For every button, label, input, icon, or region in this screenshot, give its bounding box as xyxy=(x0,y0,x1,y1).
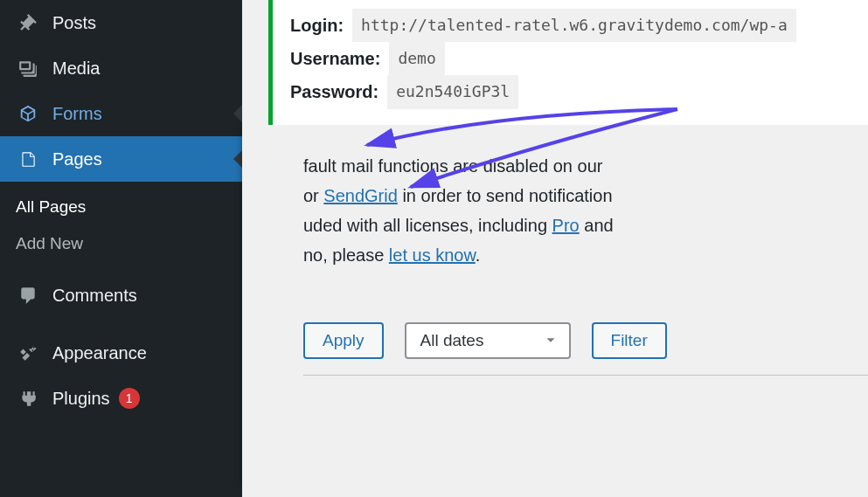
bulk-actions-row: Apply All dates Filter xyxy=(268,322,868,359)
sidebar-item-comments[interactable]: Comments xyxy=(0,273,242,318)
username-value: demo xyxy=(389,42,444,75)
sidebar-item-label: Posts xyxy=(52,13,96,33)
sidebar-item-posts[interactable]: Posts xyxy=(0,0,242,45)
sidebar-item-appearance[interactable]: Appearance xyxy=(0,330,242,376)
password-label: Password: xyxy=(290,75,378,108)
main-content: Login: http://talented-ratel.w6.gravityd… xyxy=(242,0,868,497)
sidebar-item-label: Plugins xyxy=(52,389,110,409)
info-paragraph: fault mail functions are disabled on our… xyxy=(268,151,868,270)
let-us-know-link[interactable]: let us know xyxy=(389,245,476,265)
username-row: Username: demo xyxy=(290,42,851,75)
plugins-icon xyxy=(16,386,40,411)
sidebar-item-label: Appearance xyxy=(52,343,147,363)
login-label: Login: xyxy=(290,9,344,42)
pages-submenu: All Pages Add New xyxy=(0,182,242,273)
sendgrid-link[interactable]: SendGrid xyxy=(323,186,398,205)
password-row: Password: eu2n540iGP3l xyxy=(290,75,851,108)
plugins-badge: 1 xyxy=(119,388,140,409)
filter-button[interactable]: Filter xyxy=(592,322,667,359)
login-row: Login: http://talented-ratel.w6.gravityd… xyxy=(290,9,851,42)
submenu-item-add-new[interactable]: Add New xyxy=(0,225,242,262)
chevron-down-icon xyxy=(543,333,559,349)
submenu-item-all-pages[interactable]: All Pages xyxy=(0,189,242,225)
password-value: eu2n540iGP3l xyxy=(387,75,518,108)
username-label: Username: xyxy=(290,42,380,75)
sidebar-item-label: Pages xyxy=(52,149,102,169)
login-value: http://talented-ratel.w6.gravitydemo.com… xyxy=(352,9,796,42)
comments-icon xyxy=(16,283,40,307)
dates-select[interactable]: All dates xyxy=(405,322,571,359)
sidebar-item-label: Forms xyxy=(52,104,102,124)
sidebar-item-forms[interactable]: Forms xyxy=(0,91,242,136)
admin-sidebar: Posts Media Forms Pages All Pages Add Ne… xyxy=(0,0,242,497)
table-top-border xyxy=(303,375,868,376)
sidebar-item-pages[interactable]: Pages xyxy=(0,136,242,182)
sidebar-item-label: Media xyxy=(52,59,100,79)
pro-link[interactable]: Pro xyxy=(552,216,580,235)
pin-icon xyxy=(16,10,40,35)
forms-icon xyxy=(16,101,40,126)
sidebar-item-plugins[interactable]: Plugins 1 xyxy=(0,376,242,421)
sidebar-item-label: Comments xyxy=(52,286,137,306)
pages-icon xyxy=(16,147,40,171)
dates-select-value: All dates xyxy=(420,331,484,350)
media-icon xyxy=(16,56,40,80)
appearance-icon xyxy=(16,341,40,365)
apply-button[interactable]: Apply xyxy=(303,322,384,359)
demo-credentials-notice: Login: http://talented-ratel.w6.gravityd… xyxy=(268,0,868,125)
sidebar-item-media[interactable]: Media xyxy=(0,45,242,91)
